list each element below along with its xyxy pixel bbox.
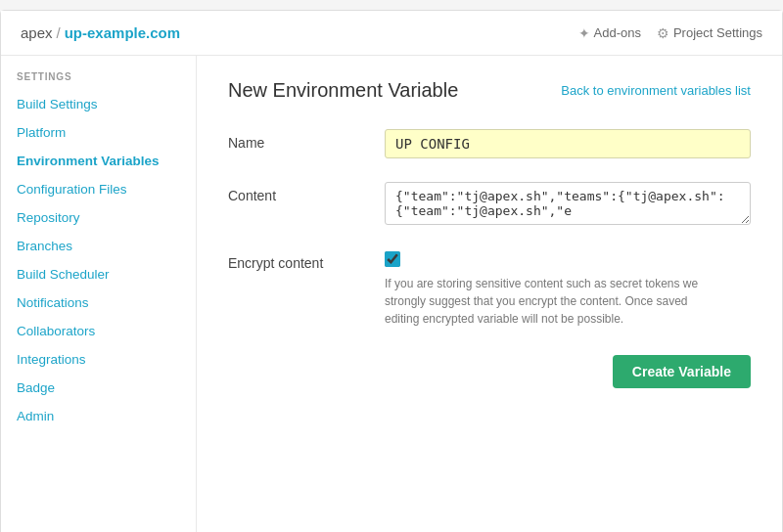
- encrypt-label: Encrypt content: [228, 251, 385, 271]
- encrypt-description: If you are storing sensitive content suc…: [385, 275, 717, 328]
- sidebar: SETTINGS Build Settings Platform Environ…: [1, 56, 197, 532]
- breadcrumb: apex / up-example.com: [21, 24, 180, 41]
- sidebar-item-branches[interactable]: Branches: [1, 232, 196, 260]
- encrypt-checkbox[interactable]: [385, 251, 400, 267]
- breadcrumb-org: apex: [21, 24, 53, 41]
- header: apex / up-example.com ✦ Add-ons ⚙ Projec…: [1, 11, 782, 56]
- page-title: New Environment Variable: [228, 79, 458, 102]
- sidebar-item-configuration-files[interactable]: Configuration Files: [1, 175, 196, 203]
- name-input-wrap: [385, 129, 751, 158]
- breadcrumb-project[interactable]: up-example.com: [65, 24, 180, 41]
- name-input[interactable]: [385, 129, 751, 158]
- sidebar-item-admin[interactable]: Admin: [1, 402, 196, 430]
- addons-link[interactable]: ✦ Add-ons: [578, 25, 641, 41]
- sidebar-item-environment-variables[interactable]: Environment Variables: [1, 147, 196, 175]
- addons-label: Add-ons: [594, 25, 641, 40]
- encrypt-checkbox-row: [385, 251, 751, 267]
- back-link[interactable]: Back to environment variables list: [561, 83, 751, 98]
- content-input-wrap: {"team":"tj@apex.sh","teams":{"tj@apex.s…: [385, 182, 751, 228]
- content-header: New Environment Variable Back to environ…: [228, 79, 751, 102]
- sidebar-section-label: SETTINGS: [1, 71, 196, 90]
- breadcrumb-separator: /: [57, 24, 61, 41]
- content-form-row: Content {"team":"tj@apex.sh","teams":{"t…: [228, 182, 751, 228]
- sidebar-item-badge[interactable]: Badge: [1, 374, 196, 402]
- header-nav: ✦ Add-ons ⚙ Project Settings: [578, 25, 762, 41]
- sidebar-item-integrations[interactable]: Integrations: [1, 345, 196, 374]
- create-variable-button[interactable]: Create Variable: [613, 355, 751, 388]
- project-settings-link[interactable]: ⚙ Project Settings: [657, 25, 762, 41]
- encrypt-form-row: Encrypt content If you are storing sensi…: [228, 251, 751, 328]
- project-settings-label: Project Settings: [673, 25, 762, 40]
- star-icon: ✦: [578, 25, 590, 41]
- gear-icon: ⚙: [657, 25, 669, 41]
- app-window: apex / up-example.com ✦ Add-ons ⚙ Projec…: [0, 10, 783, 532]
- name-form-row: Name: [228, 129, 751, 158]
- content-label: Content: [228, 182, 385, 203]
- sidebar-item-notifications[interactable]: Notifications: [1, 288, 196, 317]
- button-row: Create Variable: [228, 355, 751, 388]
- name-label: Name: [228, 129, 385, 151]
- encrypt-control: If you are storing sensitive content suc…: [385, 251, 751, 328]
- content-area: New Environment Variable Back to environ…: [197, 56, 782, 532]
- main-layout: SETTINGS Build Settings Platform Environ…: [1, 56, 782, 532]
- sidebar-item-repository[interactable]: Repository: [1, 203, 196, 232]
- sidebar-item-build-scheduler[interactable]: Build Scheduler: [1, 260, 196, 288]
- sidebar-item-build-settings[interactable]: Build Settings: [1, 90, 196, 118]
- sidebar-item-collaborators[interactable]: Collaborators: [1, 317, 196, 345]
- content-textarea[interactable]: {"team":"tj@apex.sh","teams":{"tj@apex.s…: [385, 182, 751, 225]
- sidebar-item-platform[interactable]: Platform: [1, 118, 196, 147]
